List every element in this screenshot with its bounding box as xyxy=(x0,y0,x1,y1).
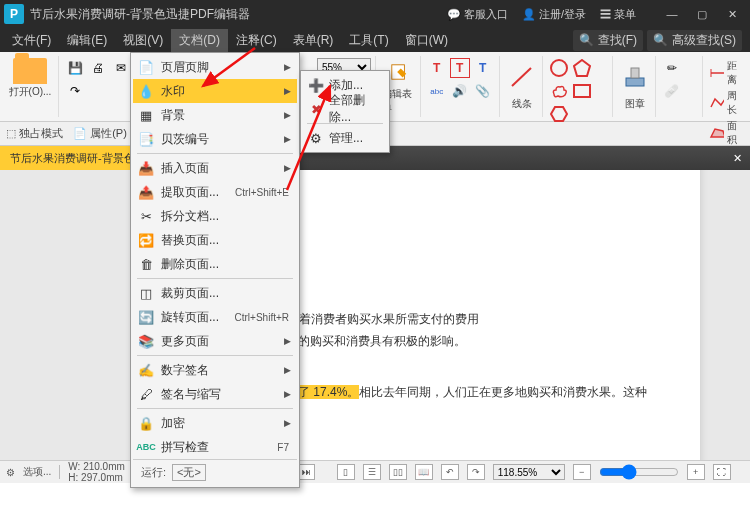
line-tool[interactable] xyxy=(506,58,538,96)
pentagon-shape[interactable] xyxy=(572,58,592,78)
header-footer-icon: 📄 xyxy=(137,58,155,76)
last-page-button[interactable]: ⏭ xyxy=(297,464,315,480)
menu-form[interactable]: 表单(R) xyxy=(285,29,342,52)
menu-tool[interactable]: 工具(T) xyxy=(341,29,396,52)
mail-icon[interactable]: ✉ xyxy=(111,58,131,78)
zoom-in-button[interactable]: + xyxy=(687,464,705,480)
menu-edit[interactable]: 编辑(E) xyxy=(59,29,115,52)
rotate-ccw-icon[interactable]: ↶ xyxy=(441,464,459,480)
zoom-out-button[interactable]: − xyxy=(573,464,591,480)
rect-shape[interactable] xyxy=(572,81,592,101)
zoom-percent-select[interactable]: 118.55% xyxy=(493,464,565,480)
rotate-icon: 🔄 xyxy=(137,308,155,326)
main-menu-link[interactable]: ☰ 菜单 xyxy=(600,7,636,22)
svg-rect-5 xyxy=(631,68,639,78)
svg-rect-4 xyxy=(626,78,644,86)
menu-extract-page[interactable]: 📤提取页面...Ctrl+Shift+E xyxy=(133,180,297,204)
close-button[interactable]: ✕ xyxy=(718,3,746,25)
attributes-button[interactable]: 📄 属性(P) xyxy=(73,126,127,141)
submenu-manage[interactable]: ⚙管理... xyxy=(303,126,387,150)
distance-tool[interactable]: 距离 xyxy=(709,58,744,87)
menu-split-doc[interactable]: ✂拆分文档... xyxy=(133,204,297,228)
bates-icon: 📑 xyxy=(137,130,155,148)
menu-sign-seal[interactable]: 🖊签名与缩写▶ xyxy=(133,382,297,406)
login-link[interactable]: 👤 注册/登录 xyxy=(522,7,586,22)
menu-file[interactable]: 文件(F) xyxy=(4,29,59,52)
status-gear-icon[interactable]: ⚙ xyxy=(6,467,15,478)
menu-document[interactable]: 文档(D) xyxy=(171,29,228,52)
circle-shape[interactable] xyxy=(549,58,569,78)
svg-marker-9 xyxy=(711,129,724,137)
menu-rotate-page[interactable]: 🔄旋转页面...Ctrl+Shift+R xyxy=(133,305,297,329)
replace-icon: 🔁 xyxy=(137,231,155,249)
layout-book-icon[interactable]: 📖 xyxy=(415,464,433,480)
extract-page-icon: 📤 xyxy=(137,183,155,201)
open-button[interactable]: 打开(O)... xyxy=(6,58,54,99)
attach-icon[interactable]: 📎 xyxy=(473,81,493,101)
stamp-button[interactable] xyxy=(619,58,651,96)
menu-comment[interactable]: 注释(C) xyxy=(228,29,285,52)
search-box[interactable]: 🔍 查找(F) xyxy=(573,30,643,51)
maximize-button[interactable]: ▢ xyxy=(688,3,716,25)
layout-cont-icon[interactable]: ☰ xyxy=(363,464,381,480)
submenu-delete-all[interactable]: ✖全部删除... xyxy=(303,97,387,121)
menu-bates[interactable]: 📑贝茨编号▶ xyxy=(133,127,297,151)
menu-delete-page[interactable]: 🗑删除页面... xyxy=(133,252,297,276)
menu-encrypt[interactable]: 🔒加密▶ xyxy=(133,411,297,435)
text-t-box-icon[interactable]: T xyxy=(450,58,470,78)
menu-more-page[interactable]: 📚更多页面▶ xyxy=(133,329,297,353)
layout-facing-icon[interactable]: ▯▯ xyxy=(389,464,407,480)
independent-mode[interactable]: ⬚ 独占模式 xyxy=(6,126,63,141)
menu-watermark[interactable]: 💧水印▶ xyxy=(133,79,297,103)
text-t-blue-icon[interactable]: T xyxy=(473,58,493,78)
perimeter-tool[interactable]: 周长 xyxy=(709,88,744,117)
area-tool[interactable]: 面积 xyxy=(709,118,744,147)
options-button[interactable]: 选项... xyxy=(23,465,51,479)
menu-run-footer[interactable]: 运行: <无> xyxy=(133,459,297,485)
menu-background[interactable]: ▦背景▶ xyxy=(133,103,297,127)
menu-crop-page[interactable]: ◫裁剪页面... xyxy=(133,281,297,305)
app-logo: P xyxy=(4,4,24,24)
menu-insert-page[interactable]: 📥插入页面▶ xyxy=(133,156,297,180)
pencil-icon[interactable]: ✏ xyxy=(662,58,682,78)
add-icon: ➕ xyxy=(307,76,325,94)
rotate-cw-icon[interactable]: ↷ xyxy=(467,464,485,480)
menu-digital-sign[interactable]: ✍数字签名▶ xyxy=(133,358,297,382)
layout-single-icon[interactable]: ▯ xyxy=(337,464,355,480)
abc-icon[interactable]: abc xyxy=(427,81,447,101)
sign-icon: ✍ xyxy=(137,361,155,379)
fullscreen-icon[interactable]: ⛶ xyxy=(713,464,731,480)
delete-page-icon: 🗑 xyxy=(137,255,155,273)
menu-header-footer[interactable]: 📄页眉页脚▶ xyxy=(133,55,297,79)
cloud-shape[interactable] xyxy=(549,81,569,101)
hex-shape[interactable] xyxy=(549,104,569,124)
watermark-icon: 💧 xyxy=(137,82,155,100)
service-link[interactable]: 💬 客服入口 xyxy=(447,7,508,22)
folder-icon xyxy=(13,58,47,84)
menu-replace-page[interactable]: 🔁替换页面... xyxy=(133,228,297,252)
lock-icon: 🔒 xyxy=(137,414,155,432)
document-tab[interactable]: 节后水果消费调研-背景色 xyxy=(0,146,145,170)
svg-marker-2 xyxy=(574,60,590,76)
menu-window[interactable]: 窗口(W) xyxy=(397,29,456,52)
delete-all-icon: ✖ xyxy=(307,100,325,118)
tab-close-button[interactable]: ✕ xyxy=(728,149,746,167)
eraser-icon[interactable]: 🩹 xyxy=(662,81,682,101)
document-menu-dropdown: 📄页眉页脚▶ 💧水印▶ ▦背景▶ 📑贝茨编号▶ 📥插入页面▶ 📤提取页面...C… xyxy=(130,52,300,488)
redo-icon[interactable]: ↷ xyxy=(65,81,85,101)
zoom-slider[interactable] xyxy=(599,464,679,480)
menu-view[interactable]: 视图(V) xyxy=(115,29,171,52)
svg-line-1 xyxy=(512,68,531,86)
print-icon[interactable]: 🖨 xyxy=(88,58,108,78)
watermark-submenu: ➕添加... ✖全部删除... ⚙管理... xyxy=(300,70,390,153)
spellcheck-icon: ABC xyxy=(137,438,155,456)
advanced-search-box[interactable]: 🔍 高级查找(S) xyxy=(647,30,742,51)
menu-spell-check[interactable]: ABC拼写检查F7 xyxy=(133,435,297,459)
minimize-button[interactable]: — xyxy=(658,3,686,25)
save-icon[interactable]: 💾 xyxy=(65,58,85,78)
more-icon: 📚 xyxy=(137,332,155,350)
speaker-icon[interactable]: 🔊 xyxy=(450,81,470,101)
seal-icon: 🖊 xyxy=(137,385,155,403)
text-t-red-icon[interactable]: T xyxy=(427,58,447,78)
crop-icon: ◫ xyxy=(137,284,155,302)
